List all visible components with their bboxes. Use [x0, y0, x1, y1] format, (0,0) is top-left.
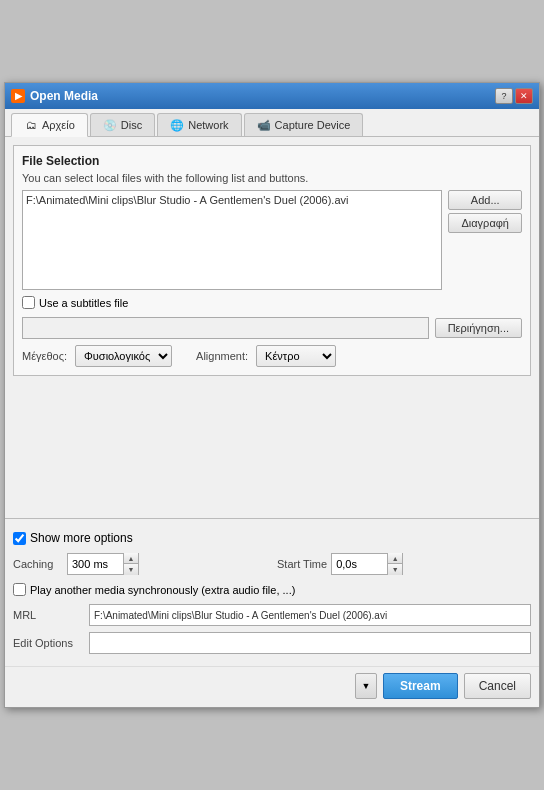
tab-network-label: Network: [188, 119, 228, 131]
disc-tab-icon: 💿: [103, 118, 117, 132]
file-buttons: Add... Διαγραφή: [448, 190, 522, 233]
bottom-options: Show more options Caching ▲ ▼ Start Time: [5, 525, 539, 666]
play-sync-row: Play another media synchronously (extra …: [13, 583, 531, 596]
edit-row: Edit Options: [13, 632, 531, 654]
start-time-down[interactable]: ▼: [388, 564, 402, 575]
empty-area: [13, 384, 531, 504]
caching-label: Caching: [13, 558, 63, 570]
caching-down[interactable]: ▼: [124, 564, 138, 575]
close-button[interactable]: ✕: [515, 88, 533, 104]
network-tab-icon: 🌐: [170, 118, 184, 132]
subtitle-file-row: Περιήγηση...: [22, 317, 522, 339]
subtitle-file-input[interactable]: [22, 317, 429, 339]
delete-button[interactable]: Διαγραφή: [448, 213, 522, 233]
subtitle-checkbox-label[interactable]: Use a subtitles file: [22, 296, 128, 309]
title-bar: ▶ Open Media ? ✕: [5, 83, 539, 109]
size-label: Μέγεθος:: [22, 350, 67, 362]
window-title: Open Media: [30, 89, 98, 103]
tab-capture-label: Capture Device: [275, 119, 351, 131]
file-path-text: F:\Animated\Mini clips\Blur Studio - A G…: [26, 194, 348, 206]
tab-disc[interactable]: 💿 Disc: [90, 113, 155, 136]
start-time-spinbox[interactable]: ▲ ▼: [331, 553, 403, 575]
tab-file[interactable]: 🗂 Αρχείο: [11, 113, 88, 137]
play-sync-label: Play another media synchronously (extra …: [30, 584, 295, 596]
options-grid: Caching ▲ ▼ Start Time ▲ ▼: [13, 553, 531, 575]
cancel-button[interactable]: Cancel: [464, 673, 531, 699]
tab-file-label: Αρχείο: [42, 119, 75, 131]
alignment-label: Alignment:: [196, 350, 248, 362]
alignment-dropdown[interactable]: Κέντρο Αριστερά Δεξιά: [256, 345, 336, 367]
mrl-input[interactable]: [89, 604, 531, 626]
edit-options-input[interactable]: [89, 632, 531, 654]
subtitle-options-row: Μέγεθος: Φυσιολογικός Μεγάλο Μικρό Align…: [22, 345, 522, 367]
file-selection-desc: You can select local files with the foll…: [22, 172, 522, 184]
show-more-label: Show more options: [30, 531, 133, 545]
file-selection-title: File Selection: [22, 154, 522, 168]
subtitle-checkbox[interactable]: [22, 296, 35, 309]
file-selection-row: F:\Animated\Mini clips\Blur Studio - A G…: [22, 190, 522, 290]
separator: [5, 518, 539, 519]
caching-up[interactable]: ▲: [124, 553, 138, 564]
help-button[interactable]: ?: [495, 88, 513, 104]
caching-item: Caching ▲ ▼: [13, 553, 267, 575]
file-selection-section: File Selection You can select local file…: [13, 145, 531, 376]
play-sync-checkbox[interactable]: [13, 583, 26, 596]
browse-button[interactable]: Περιήγηση...: [435, 318, 522, 338]
content-area: File Selection You can select local file…: [5, 137, 539, 512]
tab-network[interactable]: 🌐 Network: [157, 113, 241, 136]
size-dropdown[interactable]: Φυσιολογικός Μεγάλο Μικρό: [75, 345, 172, 367]
caching-arrows: ▲ ▼: [123, 553, 138, 575]
tab-disc-label: Disc: [121, 119, 142, 131]
start-time-up[interactable]: ▲: [388, 553, 402, 564]
start-time-label: Start Time: [277, 558, 327, 570]
edit-label: Edit Options: [13, 637, 83, 649]
stream-dropdown-arrow[interactable]: ▼: [355, 673, 377, 699]
mrl-label: MRL: [13, 609, 83, 621]
app-icon: ▶: [11, 89, 25, 103]
title-bar-buttons: ? ✕: [495, 88, 533, 104]
caching-input[interactable]: [68, 556, 123, 572]
subtitle-checkbox-row: Use a subtitles file: [22, 296, 522, 309]
title-bar-left: ▶ Open Media: [11, 89, 98, 103]
open-media-window: ▶ Open Media ? ✕ 🗂 Αρχείο 💿 Disc 🌐 Netwo…: [4, 82, 540, 708]
caching-spinbox[interactable]: ▲ ▼: [67, 553, 139, 575]
start-time-arrows: ▲ ▼: [387, 553, 402, 575]
mrl-row: MRL: [13, 604, 531, 626]
file-tab-icon: 🗂: [24, 118, 38, 132]
add-button[interactable]: Add...: [448, 190, 522, 210]
show-more-checkbox[interactable]: [13, 532, 26, 545]
capture-tab-icon: 📹: [257, 118, 271, 132]
start-time-item: Start Time ▲ ▼: [277, 553, 531, 575]
subtitle-checkbox-text: Use a subtitles file: [39, 297, 128, 309]
stream-button[interactable]: Stream: [383, 673, 458, 699]
tab-bar: 🗂 Αρχείο 💿 Disc 🌐 Network 📹 Capture Devi…: [5, 109, 539, 137]
bottom-buttons: ▼ Stream Cancel: [5, 666, 539, 707]
file-list-box[interactable]: F:\Animated\Mini clips\Blur Studio - A G…: [22, 190, 442, 290]
tab-capture[interactable]: 📹 Capture Device: [244, 113, 364, 136]
show-more-row: Show more options: [13, 531, 531, 545]
start-time-input[interactable]: [332, 556, 387, 572]
